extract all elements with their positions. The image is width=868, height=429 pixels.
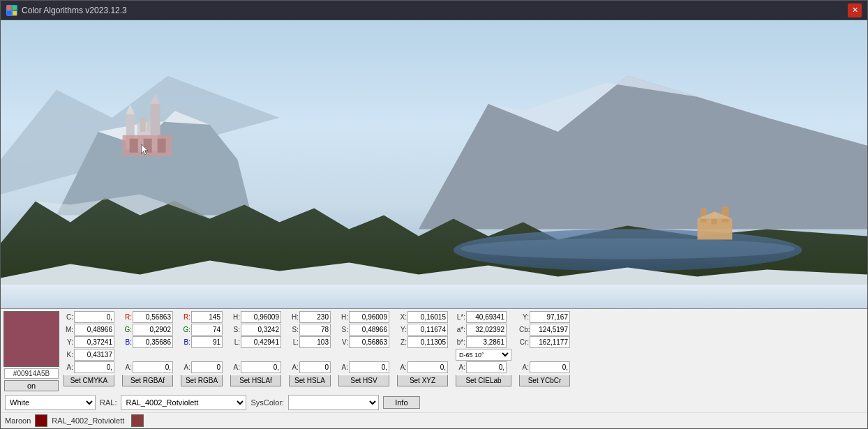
ycbcr-y-input[interactable] <box>530 311 570 323</box>
hsla-s-label: S: <box>289 326 299 333</box>
hslaf-h-input[interactable] <box>241 311 281 323</box>
cmyka-y-input[interactable] <box>74 336 114 348</box>
hsv-group: H: S: V: A: <box>338 311 389 386</box>
cmyka-k-input[interactable] <box>74 349 114 361</box>
hslaf-l-input[interactable] <box>241 336 281 348</box>
cmyka-c-input[interactable] <box>74 311 114 323</box>
c-label: C: <box>63 313 73 321</box>
svg-rect-16 <box>130 139 138 153</box>
ycbcr-cb-input[interactable] <box>530 324 570 336</box>
hsv-empty <box>338 349 389 361</box>
set-rgbaf-button[interactable]: Set RGBAf <box>122 375 173 386</box>
hsla-group: H: S: L: A: <box>289 311 331 386</box>
cmyka-c-row: C: <box>63 311 114 323</box>
cmyka-a-row: A: <box>63 361 114 373</box>
d65-select[interactable]: D-65 10° D-50 2° D-65 2° <box>456 349 511 361</box>
hslaf-group: H: S: L: A: <box>230 311 281 386</box>
xyz-x-label: X: <box>397 313 407 321</box>
xyz-a-input[interactable] <box>407 361 448 373</box>
syscolor-dropdown[interactable]: ActiveBorder ActiveCaption <box>288 395 379 410</box>
hsla-s-input[interactable] <box>299 324 331 336</box>
ycbcr-cr-row: Cr: <box>519 336 570 348</box>
hsv-s-input[interactable] <box>349 324 389 336</box>
bottom-bar: White D50 D55 D65 D75 RAL: RAL_4002_Rotv… <box>1 393 867 412</box>
hsla-a-label: A: <box>289 363 299 371</box>
ycbcr-group: Y: Cb: Cr: <box>519 311 570 386</box>
hsla-a-input[interactable] <box>299 361 331 373</box>
cielab-l-label: L*: <box>456 313 465 321</box>
set-ycbcr-button[interactable]: Set YCbCr <box>519 375 570 386</box>
ycbcr-cr-input[interactable] <box>530 336 570 348</box>
cielab-alpha-input[interactable] <box>466 361 507 373</box>
hsv-v-row: V: <box>338 336 389 348</box>
set-cielab-button[interactable]: Set CIELab <box>456 375 511 386</box>
xyz-y-input[interactable] <box>407 324 448 336</box>
hslaf-a-input[interactable] <box>241 361 281 373</box>
hslaf-s-row: S: <box>230 324 281 336</box>
hsv-v-label: V: <box>338 338 348 346</box>
set-hsv-button[interactable]: Set HSV <box>338 375 389 386</box>
svg-rect-26 <box>701 209 706 223</box>
rgba-g-label: G: <box>181 326 190 333</box>
hsla-l-input[interactable] <box>299 336 331 348</box>
rgbaf-a-input[interactable] <box>133 361 173 373</box>
hslaf-s-label: S: <box>230 326 240 333</box>
set-hslaf-button[interactable]: Set HSLAf <box>230 375 281 386</box>
cielab-a-input[interactable] <box>466 324 507 336</box>
xyz-x-input[interactable] <box>407 311 448 323</box>
hslaf-s-input[interactable] <box>241 324 281 336</box>
rgbaf-r-input[interactable] <box>133 311 173 323</box>
cmyka-a-input[interactable] <box>74 361 114 373</box>
hsv-h-input[interactable] <box>349 311 389 323</box>
rgbaf-g-input[interactable] <box>133 324 173 336</box>
rgba-g-input[interactable] <box>191 324 223 336</box>
rgbaf-b-row: B: <box>122 336 173 348</box>
ral-dropdown[interactable]: RAL_4002_Rotviolett <box>121 395 246 410</box>
ral-label: RAL: <box>100 398 117 407</box>
set-cmyka-button[interactable]: Set CMYKA <box>63 375 114 386</box>
color-swatch[interactable] <box>3 311 59 367</box>
cmyka-m-input[interactable] <box>74 324 114 336</box>
white-dropdown[interactable]: White D50 D55 D65 D75 <box>5 395 96 410</box>
xyz-a-row: A: <box>397 361 448 373</box>
app-icon <box>6 5 17 16</box>
cielab-a-label: a*: <box>456 326 465 333</box>
rgba-b-input[interactable] <box>191 336 223 348</box>
rgbaf-b-input[interactable] <box>133 336 173 348</box>
color-hex-value: #00914A5B <box>4 368 59 379</box>
rgba-r-input[interactable] <box>191 311 223 323</box>
hsv-v-input[interactable] <box>349 336 389 348</box>
bottom-panel: #00914A5B on C: M: Y: <box>1 308 867 428</box>
cielab-b-input[interactable] <box>466 336 507 348</box>
rgba-g-row: G: <box>181 324 223 336</box>
close-button[interactable]: ✕ <box>848 3 862 17</box>
info-button[interactable]: Info <box>383 396 419 409</box>
hsla-h-input[interactable] <box>299 311 331 323</box>
ycbcr-a-input[interactable] <box>530 361 570 373</box>
set-hsla-button[interactable]: Set HSLA <box>289 375 331 386</box>
rgba-group: R: G: B: A: <box>181 311 223 386</box>
ral-swatch <box>131 414 144 427</box>
k-label: K: <box>63 351 73 359</box>
hsla-s-row: S: <box>289 324 331 336</box>
rgbaf-b-label: B: <box>122 338 132 346</box>
cielab-l-row: L*: <box>456 311 511 323</box>
hsv-a-input[interactable] <box>349 361 389 373</box>
ycbcr-y-label: Y: <box>519 313 529 321</box>
color-on-button[interactable]: on <box>4 380 59 391</box>
rgbaf-r-label: R: <box>122 313 132 321</box>
cielab-b-label: b*: <box>456 338 465 346</box>
rgba-r-label: R: <box>181 313 190 321</box>
svg-rect-18 <box>158 139 166 153</box>
rgba-b-row: B: <box>181 336 223 348</box>
hsv-h-label: H: <box>338 313 348 321</box>
set-xyz-button[interactable]: Set XYZ <box>397 375 448 386</box>
rgba-a-input[interactable] <box>191 361 223 373</box>
ycbcr-cr-label: Cr: <box>519 338 529 346</box>
set-rgba-button[interactable]: Set RGBA <box>181 375 223 386</box>
hsv-a-row: A: <box>338 361 389 373</box>
cmyka-y-row: Y: <box>63 336 114 348</box>
hslaf-l-label: L: <box>230 338 240 346</box>
cielab-l-input[interactable] <box>466 311 507 323</box>
xyz-z-input[interactable] <box>407 336 448 348</box>
